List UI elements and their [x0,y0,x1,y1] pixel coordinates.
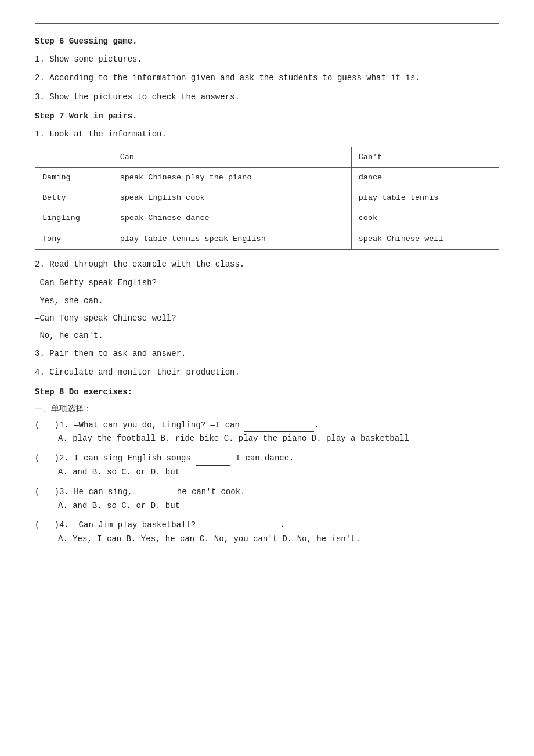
ex1-options: A. play the football B. ride bike C. pla… [35,432,499,446]
ex4-blank [210,524,280,532]
step8-title: Step 8 Do exercises: [35,387,499,397]
ex1-question: —What can you do, Lingling? —I can [74,420,240,430]
table-cell-tony-name: Tony [35,229,113,249]
top-divider [35,23,499,24]
table-header-can: Can [113,147,351,167]
dialog-4: —No, he can't. [35,329,499,342]
step8-section: Step 8 Do exercises: 一、单项选择： ( )1. —What… [35,387,499,546]
table-cell-betty-can: speak English cook [113,188,351,208]
step7-item2: 2. Read through the example with the cla… [35,258,499,271]
step7-item4: 4. Circulate and monitor their productio… [35,366,499,379]
table-cell-betty-name: Betty [35,188,113,208]
table-cell-betty-cant: play table tennis [351,188,499,208]
table-row-tony: Tony play table tennis speak English spe… [35,229,499,249]
step6-item1: 1. Show some pictures. [35,53,499,66]
ex3-blank [137,491,172,499]
step7-section: Step 7 Work in pairs. 1. Look at the inf… [35,111,499,379]
abilities-table: Can Can't Daming speak Chinese play the … [35,147,499,250]
table-row-daming: Daming speak Chinese play the piano danc… [35,167,499,188]
table-cell-lingling-can: speak Chinese dance [113,208,351,229]
step6-item2: 2. According to the information given an… [35,71,499,84]
dialog-1: —Can Betty speak English? [35,276,499,289]
ex4-options: A. Yes, I can B. Yes, he can C. No, you … [35,532,499,546]
exercise-1: ( )1. —What can you do, Lingling? —I can… [35,419,499,447]
ex4-number: ( )4. [35,520,74,530]
table-row-betty: Betty speak English cook play table tenn… [35,188,499,208]
exercise-2: ( )2. I can sing English songs I can dan… [35,452,499,480]
step7-item3: 3. Pair them to ask and answer. [35,347,499,360]
table-cell-daming-can: speak Chinese play the piano [113,167,351,188]
ex2-number: ( )2. [35,453,74,463]
exercises: ( )1. —What can you do, Lingling? —I can… [35,419,499,546]
ex1-number: ( )1. [35,420,74,430]
step7-title: Step 7 Work in pairs. [35,111,499,121]
ex3-number: ( )3. [35,487,74,496]
dialog-2: —Yes, she can. [35,294,499,307]
step7-intro: 1. Look at the information. [35,128,499,141]
ex2-blank [196,458,230,466]
step6-item3: 3. Show the pictures to check the answer… [35,91,499,103]
table-header-cant: Can't [351,147,499,167]
table-cell-daming-name: Daming [35,167,113,188]
table-cell-tony-can: play table tennis speak English [113,229,351,249]
ex3-options: A. and B. so C. or D. but [35,499,499,513]
table-cell-lingling-cant: cook [351,208,499,229]
ex3-question2: he can't cook. [177,487,246,496]
table-row-lingling: Lingling speak Chinese dance cook [35,208,499,229]
exercise-4: ( )4. —Can Jim play basketball? — . A. Y… [35,519,499,546]
ex4-question: —Can Jim play basketball? — [74,520,205,530]
step6-section: Step 6 Guessing game. 1. Show some pictu… [35,37,499,103]
table-header-name [35,147,113,167]
table-cell-tony-cant: speak Chinese well [351,229,499,249]
table-header-row: Can Can't [35,147,499,167]
ex3-question: He can sing, [74,487,132,496]
ex2-options: A. and B. so C. or D. but [35,466,499,480]
table-cell-daming-cant: dance [351,167,499,188]
exercise-3: ( )3. He can sing, he can't cook. A. and… [35,485,499,513]
dialog-3: —Can Tony speak Chinese well? [35,312,499,325]
chinese-label: 一、单项选择： [35,404,499,414]
ex2-question2: I can dance. [236,453,294,463]
ex1-blank [244,424,314,432]
ex2-question: I can sing English songs [74,453,191,463]
step6-title: Step 6 Guessing game. [35,37,499,46]
table-cell-lingling-name: Lingling [35,208,113,229]
